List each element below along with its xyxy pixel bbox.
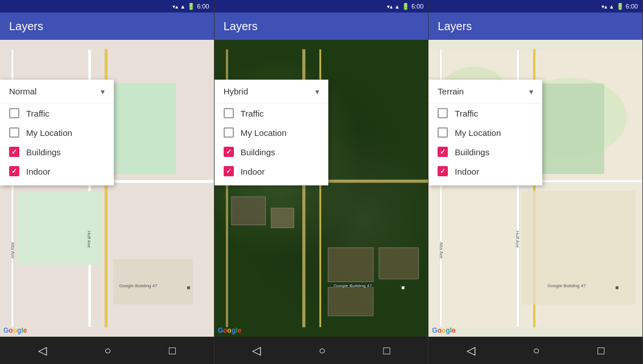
svg-text:Google Building 47: Google Building 47 <box>119 283 158 288</box>
layer-traffic-terrain[interactable]: Traffic <box>428 104 542 123</box>
dropdown-terrain: Terrain ▾ Traffic My Location Buildings … <box>428 80 542 185</box>
status-bar-2: ▾▴ ▲ 🔋 6:00 <box>215 0 428 13</box>
app-bar-2: Layers <box>215 13 428 40</box>
layer-buildings-terrain[interactable]: Buildings <box>428 142 542 162</box>
signal-icon-3: ▲ <box>609 3 615 10</box>
app-bar-3: Layers <box>428 13 642 40</box>
home-icon-2[interactable]: ○ <box>319 344 325 357</box>
layer-mylocation-terrain[interactable]: My Location <box>428 123 542 142</box>
app-title-2: Layers <box>224 20 258 33</box>
back-icon-1[interactable]: ◁ <box>38 344 47 357</box>
recent-icon-1[interactable]: □ <box>169 344 176 357</box>
checkbox-mylocation-normal[interactable] <box>9 127 19 138</box>
checkbox-traffic-hybrid[interactable] <box>224 108 234 118</box>
checkbox-indoor-hybrid[interactable] <box>224 166 234 176</box>
status-icons-2: ▾▴ ▲ 🔋 6:00 <box>387 3 423 10</box>
svg-rect-21 <box>271 208 294 228</box>
nav-bar-1: ◁ ○ □ <box>0 337 214 364</box>
checkbox-mylocation-terrain[interactable] <box>438 127 448 138</box>
wifi-icon-3: ▾▴ <box>601 3 607 10</box>
home-icon-1[interactable]: ○ <box>104 344 111 357</box>
map-area-hybrid: Charleston Rd Googleplex Charleston Park… <box>215 40 428 337</box>
dropdown-arrow-terrain: ▾ <box>529 87 533 96</box>
checkbox-mylocation-hybrid[interactable] <box>224 127 234 138</box>
map-area-normal: Charleston Rd Googleplex Charleston Park… <box>0 40 214 337</box>
status-time-3: 6:00 <box>626 3 638 10</box>
status-bar-1: ▾▴ ▲ 🔋 6:00 <box>0 0 214 13</box>
checkbox-indoor-terrain[interactable] <box>438 166 448 176</box>
label-traffic-terrain: Traffic <box>455 109 478 118</box>
recent-icon-2[interactable]: □ <box>383 344 390 357</box>
home-icon-3[interactable]: ○ <box>533 344 540 357</box>
label-mylocation-terrain: My Location <box>455 128 501 138</box>
checkbox-buildings-hybrid[interactable] <box>224 147 234 157</box>
layer-mylocation-hybrid[interactable]: My Location <box>215 123 328 142</box>
app-bar-1: Layers <box>0 13 214 40</box>
svg-text:Google Building 47: Google Building 47 <box>548 283 587 288</box>
checkbox-traffic-terrain[interactable] <box>438 108 448 118</box>
svg-rect-31 <box>402 286 405 289</box>
google-logo-2: Google <box>218 326 241 334</box>
status-time-1: 6:00 <box>197 3 209 10</box>
map-area-terrain: Charleston Rd Googleplex Charleston Park… <box>428 40 642 337</box>
layer-traffic-hybrid[interactable]: Traffic <box>215 104 328 123</box>
svg-rect-23 <box>379 248 419 279</box>
label-indoor-normal: Indoor <box>26 167 51 176</box>
label-traffic-hybrid: Traffic <box>241 109 264 118</box>
battery-icon-2: 🔋 <box>402 3 410 10</box>
status-bar-3: ▾▴ ▲ 🔋 6:00 <box>428 0 642 13</box>
svg-rect-20 <box>232 197 266 225</box>
svg-text:Huff Ave: Huff Ave <box>516 231 521 248</box>
recent-icon-3[interactable]: □ <box>597 344 604 357</box>
layer-buildings-hybrid[interactable]: Buildings <box>215 142 328 162</box>
battery-icon-3: 🔋 <box>616 3 624 10</box>
status-icons-1: ▾▴ ▲ 🔋 6:00 <box>172 3 209 10</box>
back-icon-3[interactable]: ◁ <box>467 344 475 357</box>
svg-text:Alta Ave: Alta Ave <box>10 242 15 259</box>
checkbox-buildings-normal[interactable] <box>9 147 19 157</box>
map-type-label-normal: Normal <box>9 86 101 96</box>
wifi-icon-2: ▾▴ <box>387 3 393 10</box>
checkbox-traffic-normal[interactable] <box>9 108 19 118</box>
map-type-label-hybrid: Hybrid <box>224 86 315 96</box>
map-type-selector-hybrid[interactable]: Hybrid ▾ <box>215 80 328 104</box>
svg-rect-24 <box>328 287 373 316</box>
layer-mylocation-normal[interactable]: My Location <box>0 123 114 142</box>
svg-rect-5 <box>17 191 102 265</box>
svg-rect-22 <box>328 248 373 282</box>
layer-indoor-hybrid[interactable]: Indoor <box>215 162 328 181</box>
layer-indoor-terrain[interactable]: Indoor <box>428 162 542 181</box>
map-type-selector-normal[interactable]: Normal ▾ <box>0 80 114 104</box>
label-buildings-hybrid: Buildings <box>241 147 275 157</box>
signal-icon-2: ▲ <box>394 3 400 10</box>
label-buildings-terrain: Buildings <box>455 147 489 157</box>
google-logo-1: Google <box>3 326 27 334</box>
battery-icon-1: 🔋 <box>187 3 195 10</box>
dropdown-normal: Normal ▾ Traffic My Location Buildings I… <box>0 80 114 185</box>
back-icon-2[interactable]: ◁ <box>252 344 261 357</box>
status-icons-3: ▾▴ ▲ 🔋 6:00 <box>601 3 638 10</box>
checkbox-buildings-terrain[interactable] <box>438 147 448 157</box>
label-mylocation-hybrid: My Location <box>241 128 287 138</box>
label-traffic-normal: Traffic <box>26 109 50 118</box>
wifi-icon-1: ▾▴ <box>172 3 178 10</box>
map-type-selector-terrain[interactable]: Terrain ▾ <box>428 80 542 104</box>
svg-text:Huff Ave: Huff Ave <box>86 231 92 248</box>
panel-terrain: ▾▴ ▲ 🔋 6:00 Layers Charleston Rd Googl <box>428 0 643 364</box>
layer-indoor-normal[interactable]: Indoor <box>0 162 114 181</box>
app-title-3: Layers <box>438 20 472 33</box>
map-type-label-terrain: Terrain <box>438 86 529 96</box>
label-indoor-terrain: Indoor <box>455 167 479 176</box>
panel-normal: ▾▴ ▲ 🔋 6:00 Layers Charleston Rd Googlep… <box>0 0 215 364</box>
svg-rect-13 <box>113 259 193 305</box>
nav-bar-2: ◁ ○ □ <box>215 337 428 364</box>
svg-text:Alta Ave: Alta Ave <box>439 242 444 259</box>
checkbox-indoor-normal[interactable] <box>9 166 19 176</box>
label-buildings-normal: Buildings <box>26 147 61 157</box>
dropdown-hybrid: Hybrid ▾ Traffic My Location Buildings I… <box>215 80 328 185</box>
signal-icon-1: ▲ <box>180 3 186 10</box>
label-indoor-hybrid: Indoor <box>241 167 265 176</box>
layer-traffic-normal[interactable]: Traffic <box>0 104 114 123</box>
layer-buildings-normal[interactable]: Buildings <box>0 142 114 162</box>
label-mylocation-normal: My Location <box>26 128 72 138</box>
